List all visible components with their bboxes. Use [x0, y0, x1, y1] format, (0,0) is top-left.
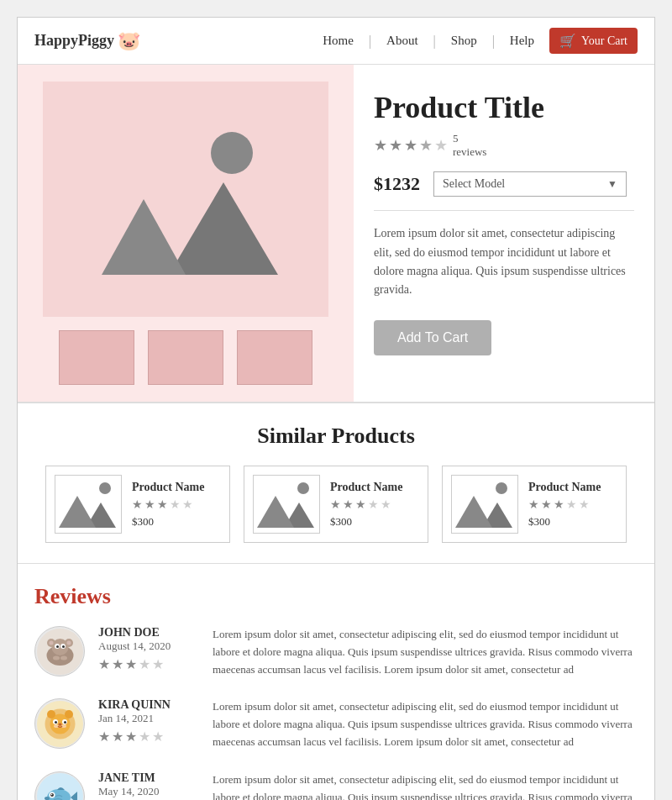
svg-point-19	[64, 721, 66, 724]
reviewer-name-3: Jane Tim	[98, 771, 199, 785]
reviewer-avatar-1	[34, 626, 85, 676]
reviews-title: Reviews	[34, 584, 638, 609]
similar-price-1: $300	[132, 515, 204, 529]
thumbnail-3[interactable]	[237, 330, 312, 385]
similar-info-2: Product Name ★ ★ ★ ★ ★ $300	[330, 481, 402, 529]
price-model-row: $1232 Select Model ▼	[374, 171, 634, 211]
thumbnail-1[interactable]	[59, 330, 134, 385]
similar-name-1: Product Name	[132, 481, 204, 494]
product-title: Product Title	[374, 90, 634, 125]
reviewer-date-2: Jan 14, 2021	[98, 712, 199, 725]
reviewer-stars-1: ★ ★ ★ ★ ★	[98, 656, 199, 672]
reviewer-name-2: Kira Quinn	[98, 698, 199, 712]
similar-stars-3: ★ ★ ★ ★ ★	[528, 497, 601, 512]
review-text-2: Lorem ipsum dolor sit amet, consectetur …	[213, 698, 638, 750]
nav-home[interactable]: Home	[307, 34, 369, 48]
nav-about[interactable]: About	[371, 34, 433, 48]
similar-info-1: Product Name ★ ★ ★ ★ ★ $300	[132, 481, 204, 529]
star-1: ★	[374, 136, 387, 155]
star-4: ★	[419, 136, 433, 155]
product-info: Product Title ★ ★ ★ ★ ★ 5 reviews $1232 …	[354, 65, 654, 402]
review-item-3: Jane Tim May 14, 2020 ★ ★ ★ ★ ★ Lorem ip…	[34, 771, 638, 800]
add-to-cart-button[interactable]: Add To Cart	[374, 320, 491, 355]
review-item-2: Kira Quinn Jan 14, 2021 ★ ★ ★ ★ ★ Lorem …	[34, 698, 638, 750]
similar-card-3[interactable]: Product Name ★ ★ ★ ★ ★ $300	[442, 466, 627, 543]
similar-products-grid: Product Name ★ ★ ★ ★ ★ $300	[34, 466, 638, 543]
svg-point-3	[53, 655, 60, 660]
sun-circle-icon	[211, 132, 253, 174]
s-circle-1	[99, 482, 111, 494]
cart-button[interactable]: 🛒 Your Cart	[549, 28, 638, 54]
page-wrapper: HappyPiggy 🐷 Home | About | Shop | Help …	[17, 17, 655, 800]
similar-card-1[interactable]: Product Name ★ ★ ★ ★ ★ $300	[45, 466, 230, 543]
svg-point-7	[56, 645, 59, 648]
similar-name-2: Product Name	[330, 481, 402, 494]
similar-products-title: Similar Products	[34, 424, 638, 449]
svg-point-23	[58, 723, 61, 725]
star-5: ★	[434, 136, 448, 155]
reviewer-info-3: Jane Tim May 14, 2020 ★ ★ ★ ★ ★	[98, 771, 199, 800]
review-item-1: JOHN DOE August 14, 2020 ★ ★ ★ ★ ★ Lorem…	[34, 626, 638, 678]
s-circle-3	[496, 482, 507, 494]
product-section: Product Title ★ ★ ★ ★ ★ 5 reviews $1232 …	[18, 65, 654, 403]
main-product-image	[43, 82, 328, 317]
product-price: $1232	[374, 173, 420, 195]
logo: HappyPiggy 🐷	[34, 30, 140, 52]
product-description: Lorem ipsum dolor sit amet, consectetur …	[374, 224, 634, 300]
svg-point-12	[66, 640, 71, 645]
similar-price-2: $300	[330, 515, 402, 529]
svg-point-25	[65, 710, 73, 718]
rating-row: ★ ★ ★ ★ ★ 5 reviews	[374, 132, 634, 158]
review-count: 5	[453, 132, 486, 145]
reviewer-date-3: May 14, 2020	[98, 785, 199, 798]
thumbnail-2[interactable]	[148, 330, 223, 385]
cart-icon: 🛒	[559, 33, 576, 49]
s-mountain-1	[59, 496, 96, 528]
reviewer-date-1: August 14, 2020	[98, 639, 199, 653]
nav-help[interactable]: Help	[495, 34, 549, 48]
similar-products-section: Similar Products Product Name ★ ★ ★ ★ ★	[18, 403, 654, 564]
reviewer-info-1: JOHN DOE August 14, 2020 ★ ★ ★ ★ ★	[98, 626, 199, 678]
dropdown-arrow-icon: ▼	[607, 178, 617, 191]
thumbnail-row	[59, 330, 312, 385]
star-2: ★	[389, 136, 402, 155]
svg-point-8	[62, 645, 65, 648]
nav-shop[interactable]: Shop	[436, 34, 492, 48]
svg-point-4	[60, 655, 67, 660]
similar-thumb-1	[55, 475, 122, 534]
similar-stars-1: ★ ★ ★ ★ ★	[132, 497, 204, 512]
model-select-dropdown[interactable]: Select Model ▼	[433, 171, 627, 197]
product-image-area	[18, 65, 354, 402]
similar-stars-2: ★ ★ ★ ★ ★	[330, 497, 402, 512]
review-text-1: Lorem ipsum dolor sit amet, consectetur …	[213, 626, 638, 678]
similar-thumb-3	[451, 475, 518, 534]
logo-pig-icon: 🐷	[118, 30, 140, 52]
nav: Home | About | Shop | Help 🛒 Your Cart	[307, 28, 638, 54]
image-placeholder	[93, 124, 278, 275]
s-mountain-2	[257, 496, 294, 528]
header: HappyPiggy 🐷 Home | About | Shop | Help …	[18, 18, 654, 65]
s-mountain-3	[455, 496, 492, 528]
svg-point-18	[55, 721, 57, 724]
similar-thumb-2	[253, 475, 320, 534]
cart-label: Your Cart	[581, 34, 627, 48]
similar-info-3: Product Name ★ ★ ★ ★ ★ $300	[528, 481, 601, 529]
similar-card-2[interactable]: Product Name ★ ★ ★ ★ ★ $300	[244, 466, 428, 543]
similar-name-3: Product Name	[528, 481, 601, 494]
reviewer-stars-2: ★ ★ ★ ★ ★	[98, 729, 199, 745]
similar-price-3: $300	[528, 515, 601, 529]
svg-point-24	[47, 710, 55, 718]
review-text-3: Lorem ipsum dolor sit amet, consectetur …	[213, 771, 638, 800]
star-3: ★	[404, 136, 417, 155]
product-stars: ★ ★ ★ ★ ★	[374, 136, 448, 155]
logo-text: HappyPiggy	[34, 32, 114, 50]
model-select-label: Select Model	[443, 177, 505, 191]
reviewer-avatar-3	[34, 771, 85, 800]
mountain-left-icon	[102, 199, 186, 275]
reviewer-name-1: JOHN DOE	[98, 626, 199, 639]
reviewer-avatar-2	[34, 698, 85, 749]
svg-point-11	[49, 640, 53, 645]
reviews-section: Reviews	[18, 564, 654, 800]
reviewer-info-2: Kira Quinn Jan 14, 2021 ★ ★ ★ ★ ★	[98, 698, 199, 750]
svg-point-31	[50, 794, 52, 796]
